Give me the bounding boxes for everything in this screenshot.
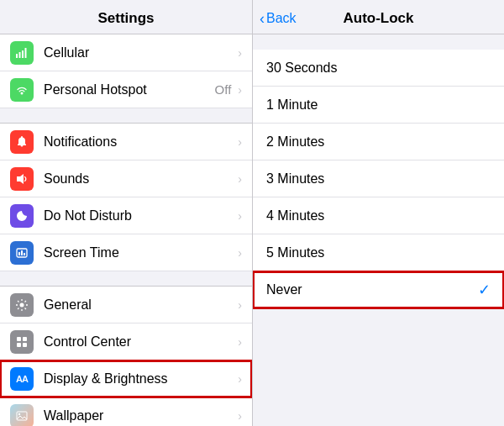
sidebar-item-screentime[interactable]: Screen Time › [0, 234, 252, 271]
settings-section-2: Notifications › Sounds › Do Not Disturb … [0, 124, 252, 271]
svg-rect-0 [16, 54, 18, 58]
section-divider-1 [0, 108, 252, 124]
autolock-label-5min: 5 Minutes [266, 245, 491, 260]
svg-rect-11 [17, 337, 21, 341]
sounds-label: Sounds [44, 171, 236, 187]
sidebar-item-controlcenter[interactable]: Control Center › [0, 323, 252, 360]
svg-rect-13 [17, 343, 21, 347]
display-chevron: › [238, 372, 242, 386]
autolock-label-4min: 4 Minutes [266, 208, 491, 224]
hotspot-label: Personal Hotspot [44, 82, 215, 97]
svg-marker-5 [17, 174, 24, 184]
hotspot-value: Off [215, 82, 232, 97]
svg-rect-8 [21, 250, 23, 255]
controlcenter-icon [10, 330, 34, 354]
svg-rect-2 [22, 50, 24, 58]
screentime-icon [10, 241, 34, 265]
settings-header: Settings [0, 0, 252, 34]
dnd-label: Do Not Disturb [44, 208, 236, 224]
left-panel: Settings Cellular › Personal Hotspot Off… [0, 0, 252, 426]
checkmark-icon: ✓ [478, 281, 491, 299]
autolock-label-2min: 2 Minutes [266, 134, 491, 150]
general-label: General [44, 297, 236, 313]
display-label: Display & Brightness [44, 371, 236, 387]
general-chevron: › [238, 298, 242, 312]
svg-point-16 [18, 413, 20, 414]
svg-point-10 [20, 302, 24, 307]
general-icon [10, 293, 34, 317]
svg-rect-9 [24, 253, 25, 255]
settings-section-3: General › Control Center › AA Display & … [0, 287, 252, 426]
display-icon: AA [10, 367, 34, 391]
screentime-chevron: › [238, 246, 242, 260]
autolock-item-30sec[interactable]: 30 Seconds [253, 50, 504, 87]
dnd-icon [10, 204, 34, 228]
sidebar-item-hotspot[interactable]: Personal Hotspot Off › [0, 71, 252, 108]
svg-rect-12 [23, 337, 27, 341]
back-chevron-icon: ‹ [260, 10, 265, 28]
sounds-icon [10, 167, 34, 191]
wallpaper-chevron: › [238, 409, 242, 423]
notifications-icon [10, 130, 34, 154]
autolock-label-1min: 1 Minute [266, 97, 491, 113]
svg-point-4 [21, 92, 24, 94]
svg-rect-15 [17, 412, 27, 420]
sidebar-item-dnd[interactable]: Do Not Disturb › [0, 197, 252, 234]
sidebar-item-wallpaper[interactable]: Wallpaper › [0, 397, 252, 426]
cellular-label: Cellular [44, 45, 236, 60]
autolock-item-2min[interactable]: 2 Minutes [253, 124, 504, 160]
wallpaper-label: Wallpaper [44, 408, 236, 423]
autolock-label-never: Never [266, 282, 478, 297]
svg-rect-7 [18, 252, 20, 255]
autolock-item-3min[interactable]: 3 Minutes [253, 160, 504, 197]
autolock-item-5min[interactable]: 5 Minutes [253, 234, 504, 271]
settings-title: Settings [97, 10, 154, 26]
screentime-label: Screen Time [44, 245, 236, 260]
autolock-header: ‹ Back Auto-Lock [253, 0, 504, 34]
svg-rect-1 [19, 52, 21, 58]
settings-list: Cellular › Personal Hotspot Off › Notifi… [0, 34, 252, 426]
settings-section-1: Cellular › Personal Hotspot Off › [0, 34, 252, 108]
sidebar-item-cellular[interactable]: Cellular › [0, 34, 252, 71]
autolock-item-1min[interactable]: 1 Minute [253, 87, 504, 124]
autolock-label-3min: 3 Minutes [266, 171, 491, 187]
autolock-label-30sec: 30 Seconds [266, 60, 491, 76]
controlcenter-chevron: › [238, 335, 242, 349]
cellular-chevron: › [238, 46, 242, 60]
controlcenter-label: Control Center [44, 334, 236, 350]
dnd-chevron: › [238, 209, 242, 223]
autolock-item-never[interactable]: Never ✓ [253, 271, 504, 308]
section-divider-2 [0, 271, 252, 287]
autolock-item-4min[interactable]: 4 Minutes [253, 197, 504, 234]
sounds-chevron: › [238, 172, 242, 186]
cellular-icon [10, 41, 34, 65]
svg-rect-14 [23, 343, 27, 347]
back-button[interactable]: ‹ Back [260, 10, 297, 28]
right-panel: ‹ Back Auto-Lock 30 Seconds 1 Minute 2 M… [252, 0, 504, 426]
sidebar-item-general[interactable]: General › [0, 287, 252, 323]
autolock-title: Auto-Lock [343, 10, 413, 27]
notifications-chevron: › [238, 135, 242, 149]
svg-rect-3 [25, 48, 27, 58]
sidebar-item-display[interactable]: AA Display & Brightness › [0, 360, 252, 397]
hotspot-chevron: › [238, 83, 242, 97]
sidebar-item-notifications[interactable]: Notifications › [0, 124, 252, 160]
hotspot-icon [10, 78, 34, 102]
back-label: Back [266, 11, 297, 26]
autolock-list: 30 Seconds 1 Minute 2 Minutes 3 Minutes … [253, 50, 504, 426]
sidebar-item-sounds[interactable]: Sounds › [0, 160, 252, 197]
wallpaper-icon [10, 404, 34, 427]
notifications-label: Notifications [44, 134, 236, 150]
